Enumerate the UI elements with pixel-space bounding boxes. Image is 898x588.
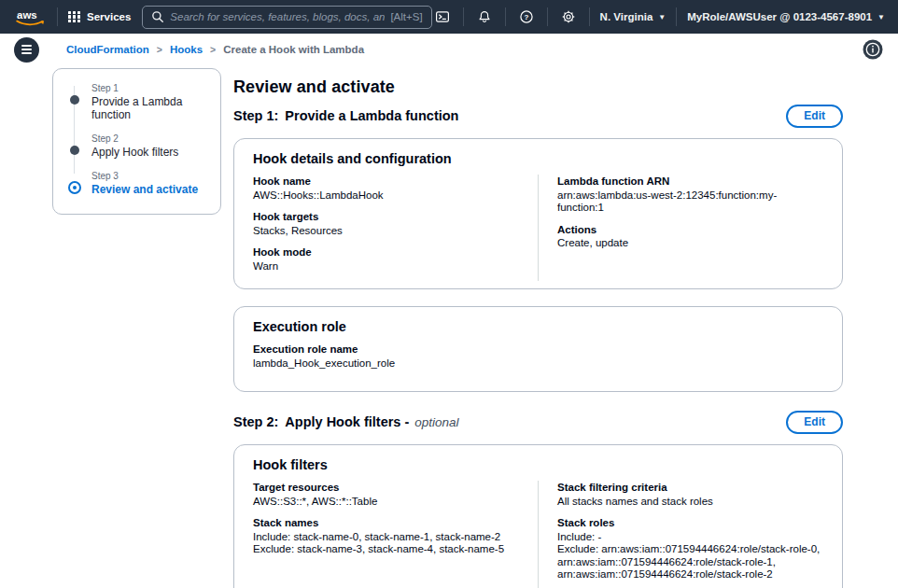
help-button[interactable]: ? (516, 9, 537, 24)
execution-role-card: Execution role Execution role name lambd… (233, 306, 843, 392)
cloudshell-button[interactable] (432, 9, 453, 24)
hamburger-icon (21, 45, 32, 47)
wizard-step-2[interactable]: Step 2 Apply Hook filters (70, 133, 207, 159)
wizard-step-1[interactable]: Step 1 Provide a Lambda function (70, 83, 207, 121)
field-label: Hook name (253, 175, 519, 189)
wizard-step-3-active[interactable]: Step 3 Review and activate (70, 171, 207, 196)
gear-icon (561, 9, 576, 24)
field-label: Stack roles (557, 516, 823, 530)
aws-logo[interactable]: aws (13, 7, 47, 28)
hook-details-columns: Hook name AWS::Hooks::LambdaHook Hook ta… (253, 175, 823, 281)
field-value: lambda_Hook_execution_role (253, 357, 823, 371)
execution-role-card-title: Execution role (253, 318, 823, 335)
divider (57, 7, 58, 26)
field-label: Stack names (253, 516, 519, 530)
breadcrumb-current: Create a Hook with Lambda (223, 44, 364, 55)
svg-text:?: ? (524, 13, 528, 21)
edit-step2-button[interactable]: Edit (786, 411, 843, 434)
top-navigation-bar: aws Services [Alt+S] (0, 0, 898, 34)
breadcrumb-separator: > (157, 44, 162, 55)
step-title: Review and activate (91, 183, 207, 196)
step2-section-header: Step 2: Apply Hook filters - optional Ed… (233, 411, 843, 433)
search-input[interactable] (170, 11, 385, 22)
divider (505, 7, 506, 26)
divider (589, 7, 590, 26)
step2-heading: Step 2: Apply Hook filters - optional (233, 414, 459, 429)
field-label: Execution role name (253, 343, 823, 357)
info-button[interactable] (863, 39, 883, 60)
breadcrumb-row: CloudFormation > Hooks > Create a Hook w… (0, 34, 898, 65)
step-title: Apply Hook filters (91, 146, 207, 159)
question-mark-icon: ? (519, 9, 534, 24)
side-menu-toggle[interactable] (14, 37, 39, 63)
step1-heading: Step 1: Provide a Lambda function (233, 108, 458, 123)
search-bar[interactable]: [Alt+S] (142, 6, 431, 29)
hook-details-left-column: Hook name AWS::Hooks::LambdaHook Hook ta… (253, 175, 538, 281)
search-icon (151, 10, 164, 23)
hook-filters-card: Hook filters Target resources AWS::S3::*… (233, 444, 843, 588)
chevron-down-icon: ▼ (877, 13, 885, 21)
breadcrumb: CloudFormation > Hooks > Create a Hook w… (66, 44, 364, 55)
step1-section-header: Step 1: Provide a Lambda function Edit (233, 105, 843, 127)
step1-heading-prefix: Step 1: (233, 108, 278, 123)
breadcrumb-cloudformation[interactable]: CloudFormation (66, 44, 149, 55)
breadcrumb-hooks[interactable]: Hooks (170, 44, 203, 55)
stack-roles-field: Stack roles Include: - Exclude: arn:aws:… (557, 516, 823, 581)
execution-role-name-field: Execution role name lambda_Hook_executio… (253, 343, 823, 370)
step2-heading-optional: optional (414, 415, 458, 429)
target-resources-field: Target resources AWS::S3::*, AWS::*::Tab… (253, 481, 519, 508)
hook-name-field: Hook name AWS::Hooks::LambdaHook (253, 175, 519, 202)
lambda-arn-field: Lambda function ARN arn:aws:lambda:us-we… (557, 175, 823, 215)
hook-targets-field: Hook targets Stacks, Resources (253, 210, 519, 237)
page-body: Step 1 Provide a Lambda function Step 2 … (0, 65, 898, 588)
step-bullet (70, 95, 79, 105)
step-title: Provide a Lambda function (91, 95, 207, 121)
step-bullet (70, 146, 79, 155)
services-menu[interactable]: Services (68, 11, 131, 23)
step1-heading-title: Provide a Lambda function (285, 108, 458, 123)
step-bullet-active (68, 181, 81, 194)
bell-icon (477, 9, 492, 24)
field-value: Create, update (557, 236, 823, 250)
region-selector[interactable]: N. Virginia ▼ (600, 11, 666, 22)
field-value: AWS::S3::*, AWS::*::Table (253, 495, 519, 509)
aws-logo-icon: aws (13, 7, 47, 28)
hook-details-card-title: Hook details and configuration (253, 150, 823, 167)
hook-mode-field: Hook mode Warn (253, 245, 519, 273)
edit-step1-button[interactable]: Edit (786, 105, 843, 128)
field-label: Stack filtering criteria (557, 481, 823, 495)
stack-names-field: Stack names Include: stack-name-0, stack… (253, 516, 519, 556)
field-value: All stacks names and stack roles (557, 495, 823, 509)
hook-filters-left-column: Target resources AWS::S3::*, AWS::*::Tab… (253, 481, 538, 588)
chevron-down-icon: ▼ (658, 13, 666, 21)
settings-button[interactable] (558, 9, 579, 24)
divider (463, 7, 464, 26)
field-value: Include: - Exclude: arn:aws:iam::0715944… (557, 530, 823, 581)
field-label: Hook targets (253, 210, 519, 224)
step-number: Step 1 (91, 83, 207, 93)
notifications-button[interactable] (474, 9, 495, 24)
hook-details-card: Hook details and configuration Hook name… (233, 138, 843, 289)
search-shortcut-hint: [Alt+S] (390, 11, 422, 22)
services-grid-icon (68, 11, 80, 23)
field-value: Include: stack-name-0, stack-name-1, sta… (253, 530, 519, 556)
divider (676, 7, 677, 26)
stack-filtering-criteria-field: Stack filtering criteria All stacks name… (557, 481, 823, 508)
wizard-step-navigation: Step 1 Provide a Lambda function Step 2 … (52, 68, 221, 215)
region-label: N. Virginia (600, 11, 653, 22)
field-value: AWS::Hooks::LambdaHook (253, 189, 519, 203)
hook-filters-card-title: Hook filters (253, 456, 823, 473)
field-label: Hook mode (253, 245, 519, 259)
breadcrumb-separator: > (210, 44, 216, 55)
field-value: Warn (253, 259, 519, 273)
step-number: Step 3 (91, 171, 207, 181)
hook-filters-columns: Target resources AWS::S3::*, AWS::*::Tab… (253, 481, 823, 588)
svg-text:aws: aws (17, 8, 37, 20)
account-menu[interactable]: MyRole/AWSUser @ 0123-4567-8901 ▼ (687, 11, 885, 22)
field-label: Lambda function ARN (557, 175, 823, 189)
info-icon (863, 39, 883, 60)
services-label: Services (87, 11, 131, 22)
hook-details-right-column: Lambda function ARN arn:aws:lambda:us-we… (538, 175, 823, 281)
field-label: Target resources (253, 481, 519, 495)
step-number: Step 2 (91, 133, 207, 144)
